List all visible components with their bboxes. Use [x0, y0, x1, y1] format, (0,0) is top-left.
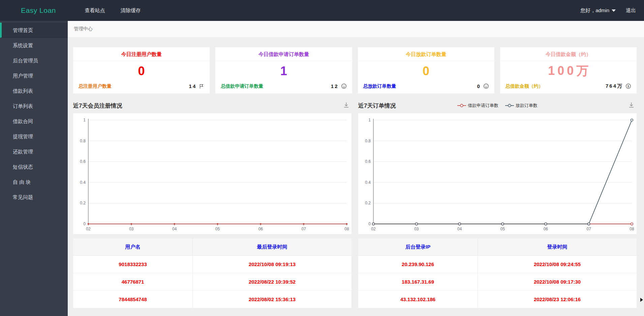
table-header-cell: 后台登录IP [358, 238, 478, 255]
svg-text:03: 03 [414, 227, 419, 231]
stat-card-title: 今日注册用户数量 [73, 47, 210, 61]
stat-footer-value: 764万 [606, 83, 623, 89]
svg-text:0.8: 0.8 [80, 139, 86, 143]
table-row: 467768712022/08/22 10:39:52 [73, 273, 351, 291]
svg-text:07: 07 [301, 227, 306, 231]
stat-card-footer: 总借款金额（约） 764万 $ [500, 81, 637, 93]
svg-text:06: 06 [258, 227, 263, 231]
sidebar-item-3[interactable]: 用户管理 [0, 68, 68, 83]
table-cell: 2022/08/02 15:36:13 [193, 291, 351, 308]
stat-footer-label: 总注册用户数量 [79, 83, 112, 89]
table-header-row: 用户名最后登录时间 [73, 238, 351, 256]
sidebar-item-11[interactable]: 常见问题 [0, 190, 68, 205]
svg-text:$: $ [627, 84, 630, 88]
smiley-icon [483, 83, 489, 89]
stat-card-value: 100万 [500, 61, 637, 81]
svg-text:02: 02 [86, 227, 91, 231]
sidebar: 管理首页系统设置后台管理员用户管理借款列表订单列表借款合同提现管理还款管理短信状… [0, 21, 68, 316]
stat-footer-label: 总借款金额（约） [505, 83, 543, 89]
legend-item-0[interactable]: 借款申请订单数 [457, 103, 498, 109]
charts-row: 近7天会员注册情况 00.20.40.60.8102030405060708 近 [73, 98, 637, 234]
stat-card-title: 今日借款金额（约） [500, 47, 637, 61]
sidebar-item-2[interactable]: 后台管理员 [0, 53, 68, 68]
svg-text:0.8: 0.8 [365, 139, 371, 143]
user-greeting: 您好，admin [580, 7, 609, 14]
svg-text:0.4: 0.4 [365, 180, 371, 185]
logout-button[interactable]: 退出 [626, 7, 636, 14]
stat-card-loan-amount-today: 今日借款金额（约） 100万 总借款金额（约） 764万 $ [500, 47, 637, 93]
dollar-icon: $ [625, 83, 631, 89]
table-header-cell: 最后登录时间 [193, 238, 351, 255]
stat-cards-row: 今日注册用户数量 0 总注册用户数量 14 今日借款申请订单数量 1 总借款申请 [73, 47, 637, 93]
svg-text:0.2: 0.2 [365, 201, 371, 205]
svg-text:0.4: 0.4 [80, 180, 86, 185]
table-row: 183.167.31.692022/10/08 09:17:30 [358, 273, 637, 291]
download-icon[interactable] [343, 102, 351, 110]
orders-chart-panel: 近7天订单情况 借款申请订单数 放款订单数 00.20.40.60.8102 [358, 98, 637, 234]
svg-text:06: 06 [544, 227, 548, 231]
table-row: 43.132.102.1862022/08/23 12:06:16 [358, 291, 637, 308]
svg-text:03: 03 [129, 227, 134, 231]
table-header-row: 后台登录IP登录时间 [358, 238, 637, 256]
stat-card-title: 今日借款申请订单数量 [215, 47, 352, 61]
table-cell: 2022/08/23 12:06:16 [478, 291, 637, 308]
svg-text:04: 04 [172, 227, 177, 231]
svg-text:05: 05 [215, 227, 220, 231]
nav-link-view-site[interactable]: 查看站点 [85, 7, 105, 14]
sidebar-item-7[interactable]: 提现管理 [0, 129, 68, 144]
legend-line-icon [457, 104, 466, 108]
stat-footer-label: 总借款申请订单数量 [221, 83, 263, 89]
stat-card-value: 0 [73, 61, 210, 81]
stat-footer-label: 总放款订单数量 [363, 83, 396, 89]
brand-logo[interactable]: Easy Loan [21, 6, 56, 15]
svg-text:1: 1 [83, 118, 86, 122]
sidebar-item-10[interactable]: 自 由 块 [0, 174, 68, 190]
sidebar-item-6[interactable]: 借款合同 [0, 114, 68, 129]
tables-row: 用户名最后登录时间90183322332022/10/08 09:19:1346… [73, 238, 637, 308]
sidebar-item-5[interactable]: 订单列表 [0, 98, 68, 114]
orders-line-chart: 00.20.40.60.8102030405060708 [358, 113, 637, 234]
chart-header: 近7天订单情况 借款申请订单数 放款订单数 [358, 98, 637, 113]
main-content: 管理中心 今日注册用户数量 0 总注册用户数量 14 [68, 21, 644, 316]
legend-label: 借款申请订单数 [468, 103, 498, 109]
legend-item-1[interactable]: 放款订单数 [505, 103, 538, 109]
registrations-line-chart: 00.20.40.60.8102030405060708 [73, 113, 351, 234]
stat-card-disbursed-today: 今日放款订单数量 0 总放款订单数量 0 [358, 47, 494, 93]
svg-text:0.6: 0.6 [80, 159, 86, 164]
navbar-links: 查看站点 清除缓存 [85, 7, 141, 14]
sidebar-item-8[interactable]: 还款管理 [0, 144, 68, 159]
chart-title: 近7天会员注册情况 [73, 102, 122, 110]
scroll-indicator [640, 298, 643, 302]
svg-text:08: 08 [344, 227, 349, 231]
table-row: 78448547482022/08/02 15:36:13 [73, 291, 351, 308]
table-cell: 43.132.102.186 [358, 291, 478, 308]
legend-line-icon [505, 104, 514, 108]
stat-footer-value: 0 [477, 83, 481, 89]
registrations-chart-panel: 近7天会员注册情况 00.20.40.60.8102030405060708 [73, 98, 351, 234]
flag-icon [199, 84, 204, 89]
table-header-cell: 登录时间 [478, 238, 637, 255]
sidebar-item-9[interactable]: 短信状态 [0, 159, 68, 174]
svg-text:02: 02 [371, 227, 376, 231]
svg-text:08: 08 [630, 227, 634, 231]
user-menu[interactable]: 您好，admin [580, 7, 616, 14]
breadcrumb-label: 管理中心 [74, 26, 93, 32]
nav-link-clear-cache[interactable]: 清除缓存 [121, 7, 141, 14]
navbar-right: 您好，admin 退出 [580, 7, 636, 14]
chart-title: 近7天订单情况 [358, 102, 396, 110]
sidebar-item-0[interactable]: 管理首页 [0, 23, 68, 38]
stat-card-title: 今日放款订单数量 [358, 47, 494, 61]
stat-card-footer: 总注册用户数量 14 [73, 81, 210, 93]
table-cell: 2022/10/08 09:24:55 [478, 256, 637, 273]
table-header-cell: 用户名 [73, 238, 193, 255]
table-cell: 2022/10/08 09:17:30 [478, 273, 637, 290]
stat-card-value: 1 [215, 61, 352, 81]
svg-text:04: 04 [457, 227, 462, 231]
sidebar-item-4[interactable]: 借款列表 [0, 83, 68, 98]
svg-text:0.6: 0.6 [365, 159, 371, 164]
svg-text:0.2: 0.2 [80, 201, 86, 205]
download-icon[interactable] [628, 102, 637, 110]
sidebar-item-1[interactable]: 系统设置 [0, 38, 68, 53]
chevron-down-icon [612, 9, 616, 12]
stat-card-footer: 总借款申请订单数量 12 [215, 81, 352, 93]
